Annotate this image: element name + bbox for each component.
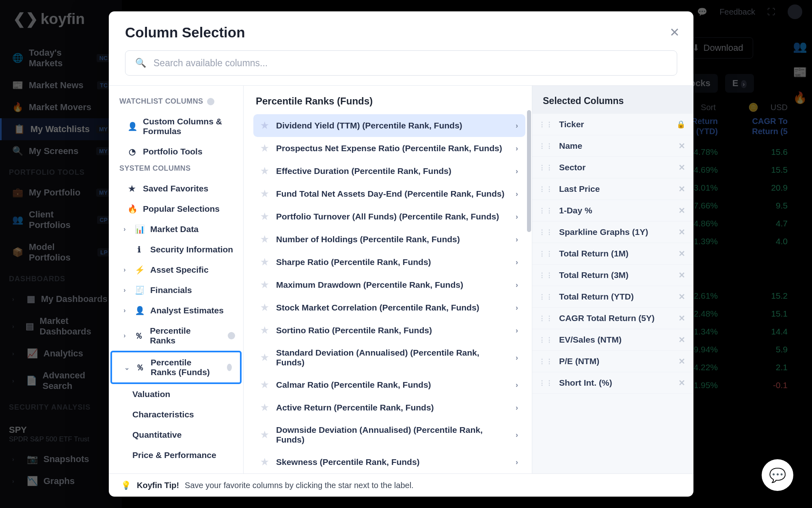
available-column-row[interactable]: ★Standard Deviation (Annualised) (Percen… (253, 342, 525, 373)
info-icon[interactable] (227, 364, 232, 371)
drag-handle-icon[interactable]: ⋮⋮ (539, 315, 553, 322)
star-icon[interactable]: ★ (261, 430, 269, 440)
remove-icon[interactable]: ✕ (678, 335, 685, 345)
search-input[interactable] (153, 58, 667, 69)
selected-column-row[interactable]: ⋮⋮Name✕ (532, 135, 693, 157)
drag-handle-icon[interactable]: ⋮⋮ (539, 228, 553, 236)
star-icon[interactable]: ★ (261, 380, 269, 390)
selected-column-row[interactable]: ⋮⋮Sector✕ (532, 157, 693, 178)
remove-icon[interactable]: ✕ (678, 206, 685, 215)
selected-column-label: Total Return (YTD) (559, 292, 634, 302)
selected-column-row[interactable]: ⋮⋮P/E (NTM)✕ (532, 351, 693, 372)
category-item[interactable]: ›🧾Financials (109, 280, 243, 300)
selected-column-row[interactable]: ⋮⋮EV/Sales (NTM)✕ (532, 329, 693, 351)
close-icon[interactable]: ✕ (669, 25, 680, 39)
remove-icon[interactable]: ✕ (678, 163, 685, 172)
available-column-row[interactable]: ★Active Return (Percentile Rank, Funds)› (253, 396, 525, 419)
column-label: Standard Deviation (Annualised) (Percent… (276, 348, 508, 367)
available-column-row[interactable]: ★Maximum Drawdown (Percentile Rank, Fund… (253, 274, 525, 296)
star-icon[interactable]: ★ (261, 457, 269, 467)
selected-column-row[interactable]: ⋮⋮Total Return (YTD)✕ (532, 286, 693, 308)
category-item[interactable]: ›👤Analyst Estimates (109, 300, 243, 321)
selected-column-row[interactable]: ⋮⋮Last Price✕ (532, 178, 693, 200)
category-item[interactable]: 🔥Popular Selections (109, 199, 243, 219)
chevron-right-icon: › (516, 258, 518, 267)
available-column-row[interactable]: ★Effective Duration (Percentile Rank, Fu… (253, 160, 525, 182)
drag-handle-icon[interactable]: ⋮⋮ (539, 250, 553, 258)
remove-icon[interactable]: ✕ (678, 356, 685, 366)
drag-handle-icon[interactable]: ⋮⋮ (539, 164, 553, 172)
remove-icon[interactable]: ✕ (678, 313, 685, 323)
star-icon[interactable]: ★ (261, 302, 269, 313)
remove-icon[interactable]: ✕ (678, 141, 685, 151)
remove-icon[interactable]: ✕ (678, 292, 685, 302)
available-column-row[interactable]: ★Number of Holdings (Percentile Rank, Fu… (253, 228, 525, 251)
selected-column-row[interactable]: ⋮⋮Total Return (3M)✕ (532, 265, 693, 286)
drag-handle-icon[interactable]: ⋮⋮ (539, 336, 553, 344)
selected-column-row[interactable]: ⋮⋮Total Return (1M)✕ (532, 243, 693, 265)
category-item[interactable]: ›📊Market Data (109, 219, 243, 239)
available-column-row[interactable]: ★Downside Deviation (Annualised) (Percen… (253, 419, 525, 451)
info-icon[interactable] (228, 332, 235, 339)
drag-handle-icon[interactable]: ⋮⋮ (539, 185, 553, 193)
category-icon: ⚡ (135, 265, 144, 275)
drag-handle-icon[interactable]: ⋮⋮ (539, 207, 553, 215)
category-item[interactable]: ›⚡Asset Specific (109, 260, 243, 280)
available-column-row[interactable]: ★Skewness (Percentile Rank, Funds)› (253, 451, 525, 473)
scrollbar[interactable] (527, 110, 531, 232)
selected-column-row[interactable]: ⋮⋮1-Day %✕ (532, 200, 693, 221)
category-icon: ★ (127, 184, 136, 193)
category-icon: ℹ (135, 245, 144, 254)
selected-column-row[interactable]: ⋮⋮Sparkline Graphs (1Y)✕ (532, 221, 693, 243)
drag-handle-icon[interactable]: ⋮⋮ (539, 293, 553, 301)
selected-column-row[interactable]: ⋮⋮CAGR Total Return (5Y)✕ (532, 308, 693, 329)
star-icon[interactable]: ★ (261, 325, 269, 336)
remove-icon[interactable]: ✕ (678, 249, 685, 258)
available-column-row[interactable]: ★Sharpe Ratio (Percentile Rank, Funds)› (253, 251, 525, 274)
star-icon[interactable]: ★ (261, 257, 269, 267)
selected-column-label: Total Return (3M) (559, 270, 628, 280)
selected-column-label: Last Price (559, 184, 600, 194)
star-icon[interactable]: ★ (261, 166, 269, 176)
remove-icon[interactable]: ✕ (678, 227, 685, 237)
available-column-row[interactable]: ★Portfolio Turnover (All Funds) (Percent… (253, 205, 525, 228)
star-icon[interactable]: ★ (261, 120, 269, 131)
drag-handle-icon[interactable]: ⋮⋮ (539, 379, 553, 387)
available-column-row[interactable]: ★Dividend Yield (TTM) (Percentile Rank, … (253, 114, 525, 137)
category-item[interactable]: ⌄％Percentile Ranks (Funds) (110, 351, 242, 384)
available-column-row[interactable]: ★Prospectus Net Expense Ratio (Percentil… (253, 137, 525, 160)
subcategory-item[interactable]: Price & Performance (109, 445, 243, 465)
remove-icon[interactable]: ✕ (678, 184, 685, 194)
selected-column-row[interactable]: ⋮⋮Ticker🔒 (532, 114, 693, 135)
available-column-row[interactable]: ★Sortino Ratio (Percentile Rank, Funds)› (253, 319, 525, 342)
column-label: Number of Holdings (Percentile Rank, Fun… (276, 234, 460, 244)
subcategory-item[interactable]: Valuation (109, 384, 243, 404)
star-icon[interactable]: ★ (261, 352, 269, 363)
subcategory-item[interactable]: Characteristics (109, 404, 243, 425)
star-icon[interactable]: ★ (261, 211, 269, 222)
selected-column-row[interactable]: ⋮⋮Short Int. (%)✕ (532, 372, 693, 394)
star-icon[interactable]: ★ (261, 189, 269, 199)
chat-fab[interactable]: 💬 (762, 459, 793, 491)
star-icon[interactable]: ★ (261, 143, 269, 154)
category-item[interactable]: ◔Portfolio Tools (109, 141, 243, 162)
available-column-row[interactable]: ★Fund Total Net Assets Day-End (Percenti… (253, 182, 525, 205)
remove-icon[interactable]: ✕ (678, 270, 685, 280)
available-column-row[interactable]: ★Stock Market Correlation (Percentile Ra… (253, 296, 525, 319)
drag-handle-icon[interactable]: ⋮⋮ (539, 142, 553, 150)
category-item[interactable]: ℹSecurity Information (109, 239, 243, 260)
available-column-row[interactable]: ★Calmar Ratio (Percentile Rank, Funds)› (253, 373, 525, 396)
star-icon[interactable]: ★ (261, 234, 269, 245)
category-item[interactable]: 👤Custom Columns & Formulas (109, 111, 243, 141)
info-icon[interactable] (207, 98, 214, 105)
star-icon[interactable]: ★ (261, 402, 269, 413)
search-field-wrap[interactable]: 🔍 (125, 50, 677, 76)
category-item[interactable]: ★Saved Favorites (109, 178, 243, 199)
remove-icon[interactable]: ✕ (678, 378, 685, 388)
drag-handle-icon[interactable]: ⋮⋮ (539, 121, 553, 128)
subcategory-item[interactable]: Quantitative (109, 425, 243, 445)
star-icon[interactable]: ★ (261, 280, 269, 290)
category-item[interactable]: ›％Percentile Ranks (109, 321, 243, 351)
drag-handle-icon[interactable]: ⋮⋮ (539, 358, 553, 365)
drag-handle-icon[interactable]: ⋮⋮ (539, 271, 553, 279)
